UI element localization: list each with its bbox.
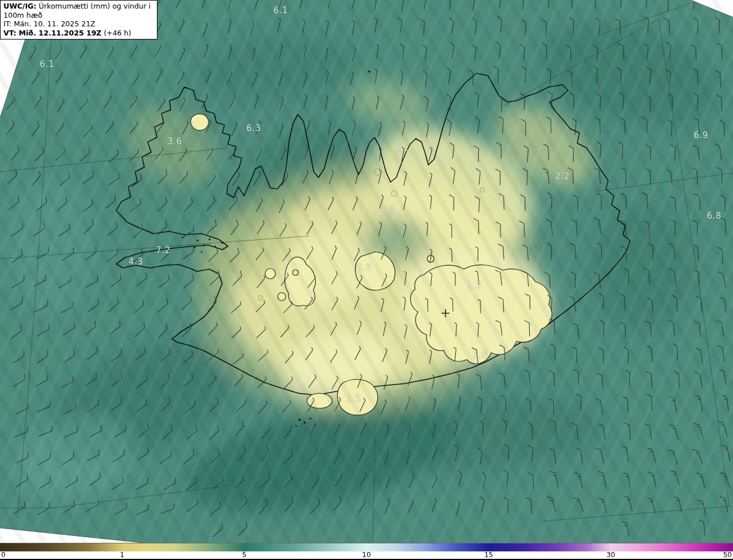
valid-time: VT: Mið. 12.11.2025 19Z	[3, 29, 101, 37]
contour-label: 1.2	[467, 281, 481, 291]
weather-map-screenshot: 6.16.13.66.35.72.02.26.96.87.24.31.51.21…	[0, 0, 733, 560]
contour-label: 3.6	[167, 136, 182, 147]
contour-label: 6.9	[693, 130, 708, 140]
colorbar-tick: 1	[120, 551, 125, 559]
contour-label: 5.7	[395, 149, 409, 159]
title-line-valid-time: VT: Mið. 12.11.2025 19Z (+46 h)	[3, 29, 153, 38]
contour-label: 6.1	[40, 59, 54, 69]
contour-label: 6.1	[273, 5, 287, 15]
colorbar-tick: 30	[606, 551, 615, 559]
contour-label: 7.2	[156, 245, 170, 255]
colorbar-tick-labels: 01510153050	[0, 551, 733, 560]
contour-label: 6.3	[246, 123, 261, 133]
contour-label: 2.0	[380, 206, 394, 216]
map-canvas: 6.16.13.66.35.72.02.26.96.87.24.31.51.21…	[0, 0, 733, 543]
colorbar-tick: 50	[723, 551, 732, 559]
contour-label: 6.8	[707, 211, 721, 221]
product-id: UWC/IG:	[3, 2, 37, 10]
contour-label: 2.2	[555, 171, 569, 182]
title-line-product: UWC/IG: Úrkomumætti (mm) og vindur i 100…	[3, 2, 153, 19]
colorbar-tick: 10	[362, 551, 371, 559]
contour-label: 1.5	[346, 393, 361, 404]
colorbar-tick: 15	[484, 551, 493, 559]
title-line-init-time: IT: Mán. 10. 11. 2025 21Z	[3, 19, 153, 29]
contour-label: 4.3	[128, 257, 143, 267]
contour-label: 1.5	[357, 262, 372, 273]
colorbar-tick: 0	[1, 551, 6, 559]
contour-label: 1.0	[472, 350, 487, 360]
colorbar-gradient	[0, 543, 733, 551]
title-box: UWC/IG: Úrkomumætti (mm) og vindur i 100…	[0, 0, 157, 40]
precipitation-colorbar: 01510153050	[0, 543, 733, 560]
forecast-lead: (+46 h)	[101, 29, 131, 37]
colorbar-tick: 5	[242, 551, 247, 559]
